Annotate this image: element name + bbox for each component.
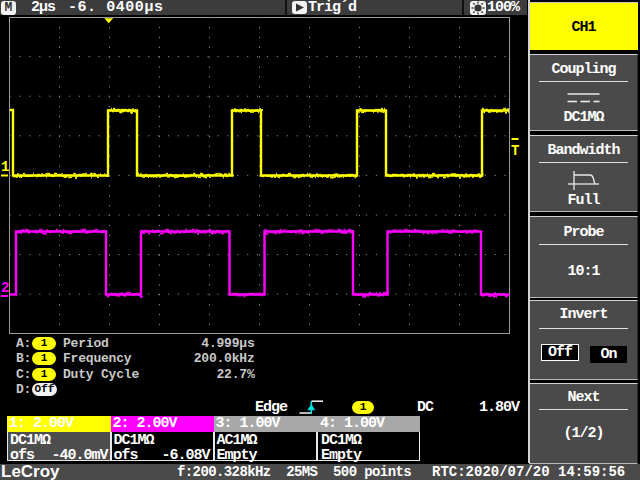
svg-text:T: T <box>511 143 519 159</box>
svg-text:1: 1 <box>1 159 9 175</box>
svg-text:2: 2 <box>1 280 9 296</box>
